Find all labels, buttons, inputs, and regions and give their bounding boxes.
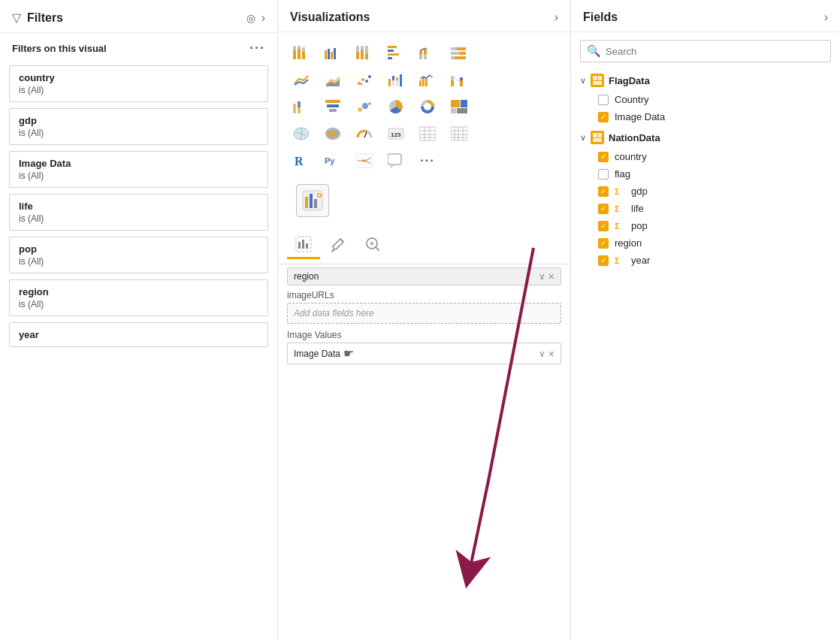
viz-bar-combo-icon[interactable] <box>413 67 442 92</box>
field-item-pop-nation[interactable]: Σ pop <box>571 217 840 234</box>
fields-search-input[interactable] <box>606 46 824 57</box>
viz-funnel-icon[interactable] <box>319 94 347 119</box>
field-checkbox-gdp-nation[interactable] <box>598 186 609 197</box>
field-checkbox-life-nation[interactable] <box>598 204 609 214</box>
field-well-imageValues-label: Image Values <box>287 330 561 340</box>
viz-scatter2-icon[interactable] <box>350 94 379 119</box>
viz-bar-icon-3[interactable] <box>287 94 316 119</box>
table-group-flagdata-header[interactable]: ∨ FlagData <box>571 70 840 91</box>
field-checkbox-flag-nation[interactable] <box>598 169 609 180</box>
viz-100-stacked-bar-icon[interactable] <box>350 40 379 65</box>
viz-donut-icon[interactable] <box>413 94 442 119</box>
viz-tab-format[interactable] <box>322 231 355 259</box>
filter-card-year[interactable]: year <box>9 322 268 347</box>
filters-panel-chevron[interactable]: › <box>261 11 265 25</box>
field-well-imageURLs-box[interactable]: Add data fields here <box>287 303 561 324</box>
viz-decomp-icon[interactable] <box>350 148 379 174</box>
imageValues-chevron[interactable]: ∨ <box>539 349 545 359</box>
viz-custom-visual-icon[interactable] <box>296 184 329 217</box>
field-well-imageURLs: imageURLs Add data fields here <box>287 290 561 324</box>
svg-point-33 <box>358 82 361 85</box>
viz-r-icon[interactable]: R <box>287 148 316 174</box>
filter-card-country[interactable]: country is (All) <box>9 65 268 102</box>
filter-value-country: is (All) <box>19 85 258 95</box>
filter-card-pop[interactable]: pop is (All) <box>9 237 268 273</box>
svg-rect-48 <box>451 76 454 80</box>
field-item-gdp-nation[interactable]: Σ gdp <box>571 183 840 200</box>
region-chip-close[interactable]: × <box>548 270 554 282</box>
viz-stacked-bar-icon[interactable] <box>287 40 316 65</box>
svg-point-35 <box>365 80 368 83</box>
svg-rect-114 <box>598 133 602 137</box>
fields-search-box[interactable]: 🔍 <box>580 40 831 62</box>
fields-panel-chevron[interactable]: › <box>824 11 828 24</box>
table-group-nationdata-header[interactable]: ∨ NationData <box>571 127 840 148</box>
filter-card-region[interactable]: region is (All) <box>9 279 268 316</box>
field-checkbox-year-nation[interactable] <box>598 255 609 266</box>
viz-bar-stacked-icon[interactable] <box>445 40 473 65</box>
viz-more-button[interactable]: ··· <box>413 148 442 174</box>
viz-clustered-bar-icon[interactable] <box>319 40 347 65</box>
svg-rect-2 <box>298 49 301 59</box>
region-chip[interactable]: region ∨ × <box>287 267 561 285</box>
imageValues-remove[interactable]: × <box>548 348 554 360</box>
viz-area-icon[interactable] <box>319 67 347 92</box>
viz-gauge-icon[interactable] <box>350 121 379 146</box>
svg-rect-18 <box>388 53 399 56</box>
field-item-life-nation[interactable]: Σ life <box>571 200 840 217</box>
viz-waterfall-icon[interactable] <box>382 67 410 92</box>
viz-scatter-icon[interactable] <box>350 67 379 92</box>
svg-point-34 <box>361 78 364 81</box>
svg-rect-65 <box>461 100 467 107</box>
viz-tab-analytics[interactable] <box>356 231 389 259</box>
field-item-flag-nation[interactable]: flag <box>571 165 840 183</box>
field-checkbox-imagedata-flagdata[interactable] <box>598 112 609 122</box>
svg-rect-4 <box>302 52 305 59</box>
field-well-imageValues-box[interactable]: Image Data ☛ ∨ × <box>287 343 561 364</box>
viz-filled-map-icon[interactable] <box>319 121 347 146</box>
filter-card-life[interactable]: life is (All) <box>9 194 268 231</box>
field-checkbox-country-nation[interactable] <box>598 152 609 162</box>
svg-rect-5 <box>302 47 305 52</box>
svg-rect-15 <box>365 46 368 53</box>
viz-table-icon[interactable] <box>413 121 442 146</box>
filter-card-gdp[interactable]: gdp is (All) <box>9 108 268 145</box>
viz-line-icon[interactable] <box>287 67 316 92</box>
filter-icon: ▽ <box>12 11 21 25</box>
filter-name-country: country <box>19 72 258 83</box>
field-item-imagedata-flagdata[interactable]: Image Data <box>571 108 840 125</box>
region-chip-label: region <box>294 271 536 282</box>
field-checkbox-pop-nation[interactable] <box>598 221 609 231</box>
viz-card-icon[interactable]: 123 <box>382 121 410 146</box>
svg-rect-79 <box>451 127 467 140</box>
field-item-country-flagdata[interactable]: Country <box>571 91 840 108</box>
viz-line-stacked-icon[interactable] <box>413 40 442 65</box>
viz-chat-icon[interactable] <box>382 148 410 174</box>
viz-bar-clustered-icon[interactable] <box>382 40 410 65</box>
eye-icon[interactable]: ◎ <box>246 12 255 24</box>
field-item-country-nation[interactable]: country <box>571 148 840 165</box>
svg-rect-93 <box>388 154 401 165</box>
field-sigma-year: Σ <box>615 256 625 265</box>
viz-pie-icon[interactable] <box>382 94 410 119</box>
viz-tab-build[interactable] <box>287 231 320 259</box>
field-checkbox-country-flagdata[interactable] <box>598 95 609 105</box>
svg-point-90 <box>362 159 365 162</box>
viz-ribbon-icon[interactable] <box>445 67 473 92</box>
viz-matrix-icon[interactable] <box>445 121 473 146</box>
filter-card-imagedata[interactable]: Image Data is (All) <box>9 151 268 188</box>
svg-rect-21 <box>419 50 422 55</box>
fields-panel-title: Fields <box>583 11 824 24</box>
filters-more-button[interactable]: ··· <box>249 41 265 56</box>
field-item-region-nation[interactable]: region <box>571 234 840 252</box>
viz-py-icon[interactable]: Py <box>319 148 347 174</box>
viz-map-icon[interactable] <box>287 121 316 146</box>
field-checkbox-region-nation[interactable] <box>598 238 609 249</box>
field-item-year-nation[interactable]: Σ year <box>571 252 840 269</box>
field-well-imageURLs-label: imageURLs <box>287 290 561 300</box>
viz-treemap-icon[interactable] <box>445 94 473 119</box>
cursor-hand: ☛ <box>343 346 354 361</box>
fields-panel-header: Fields › <box>571 0 840 32</box>
viz-panel-chevron[interactable]: › <box>554 11 558 24</box>
table-group-nationdata: ∨ NationData country flag Σ gdp <box>571 127 840 269</box>
